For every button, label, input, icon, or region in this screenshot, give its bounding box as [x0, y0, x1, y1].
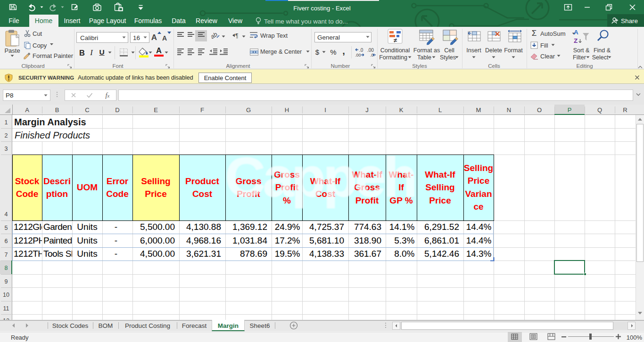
svg-text:.0: .0: [359, 48, 363, 53]
svg-text:≠: ≠: [394, 37, 397, 44]
svg-text:¶: ¶: [235, 33, 238, 39]
svg-text:Z: Z: [574, 37, 578, 44]
svg-text:.00: .00: [355, 53, 361, 57]
svg-text:A: A: [574, 29, 578, 36]
svg-text:.00: .00: [367, 48, 374, 53]
